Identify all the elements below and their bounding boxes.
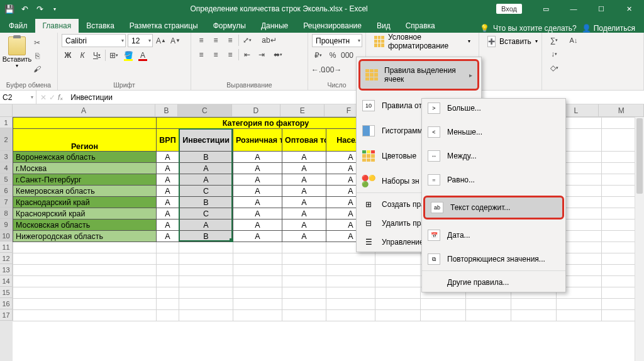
cell[interactable] (179, 242, 233, 253)
paste-button[interactable]: Вставить ▾ (4, 34, 30, 75)
cell[interactable]: C (179, 186, 233, 197)
cell[interactable] (233, 253, 282, 265)
column-header[interactable]: A (13, 104, 155, 117)
row-header[interactable]: 10 (0, 230, 13, 242)
increase-indent-icon[interactable]: ⇥ (255, 48, 268, 61)
fill-icon[interactable]: ↓▾ (546, 48, 562, 60)
cell[interactable] (282, 310, 326, 321)
row-header[interactable]: 6 (0, 185, 13, 196)
cell[interactable]: C (179, 208, 233, 219)
undo-icon[interactable]: ↶ (18, 2, 31, 16)
cell[interactable]: Краснодарский край (13, 197, 157, 208)
close-icon[interactable]: ✕ (616, 2, 641, 16)
row-header[interactable]: 1 (0, 117, 13, 128)
decrease-decimal-icon[interactable]: .00→ (326, 64, 339, 76)
insert-cells-button[interactable]: ➕ Вставить ▾ (483, 34, 538, 48)
shrink-font-icon[interactable]: A▼ (169, 35, 182, 47)
cell[interactable] (282, 276, 326, 287)
align-left-icon[interactable]: ≡ (195, 48, 208, 61)
row-header[interactable]: 14 (0, 275, 13, 287)
cell[interactable] (233, 310, 282, 321)
cell[interactable] (157, 299, 179, 310)
cell[interactable] (511, 299, 557, 310)
conditional-formatting-button[interactable]: Условное форматирование ▾ (370, 34, 475, 48)
cell[interactable] (421, 299, 466, 310)
cell[interactable]: Красноярский край (13, 208, 157, 219)
maximize-icon[interactable]: ☐ (589, 2, 614, 16)
cell[interactable] (375, 253, 421, 265)
share-button[interactable]: 👤 Поделиться (582, 24, 635, 33)
menu-date-occurring[interactable]: 📅 Дата... (422, 226, 565, 245)
tab-formulas[interactable]: Формулы (206, 19, 253, 33)
cell[interactable]: A (233, 208, 282, 219)
select-all-corner[interactable] (0, 104, 13, 117)
cell[interactable]: A (282, 219, 326, 231)
row-header[interactable]: 3 (0, 151, 13, 162)
borders-icon[interactable]: ⊞▾ (108, 49, 120, 62)
align-top-icon[interactable]: ≡ (195, 34, 208, 47)
cell[interactable] (157, 265, 179, 276)
cell[interactable]: A (233, 197, 282, 208)
cell[interactable] (233, 299, 282, 310)
cell[interactable]: Нижегородская область (13, 231, 157, 242)
increase-decimal-icon[interactable]: ←.0 (312, 64, 325, 76)
row-header[interactable]: 4 (0, 162, 13, 174)
cell[interactable]: A (282, 152, 326, 163)
column-header[interactable]: C (178, 104, 232, 117)
row-header[interactable]: 13 (0, 264, 13, 275)
row-header[interactable]: 15 (0, 287, 13, 298)
tab-help[interactable]: Справка (398, 19, 443, 33)
cell[interactable]: A (233, 219, 282, 231)
grow-font-icon[interactable]: A▲ (155, 35, 167, 47)
accounting-format-icon[interactable]: ₽▾ (312, 49, 325, 62)
copy-icon[interactable]: ⎘ (30, 50, 44, 62)
minimize-icon[interactable]: — (561, 2, 586, 16)
cell[interactable]: A (282, 186, 326, 197)
cell[interactable] (13, 118, 157, 129)
cell[interactable]: г.Москва (13, 163, 157, 174)
ribbon-options-icon[interactable]: ▭ (533, 2, 558, 16)
wrap-text-icon[interactable]: ab↵ (261, 34, 277, 47)
cell[interactable]: A (157, 231, 179, 242)
cell[interactable] (282, 287, 326, 299)
cell[interactable] (179, 299, 233, 310)
cell[interactable] (326, 310, 375, 321)
sort-filter-icon[interactable]: A↓ (566, 34, 581, 47)
tab-review[interactable]: Рецензирование (296, 19, 369, 33)
cell[interactable] (157, 310, 179, 321)
name-box[interactable]: C2▾ (0, 91, 36, 104)
cell[interactable]: B (179, 197, 233, 208)
column-header[interactable]: E (280, 104, 325, 117)
menu-text-contains[interactable]: ab Текст содержит... (423, 196, 564, 219)
cell[interactable]: ВРП (157, 129, 179, 152)
cell[interactable] (179, 265, 233, 276)
cell[interactable]: Кемеровская область (13, 186, 157, 197)
cell[interactable] (326, 265, 375, 276)
cell[interactable]: Воронежская область (13, 152, 157, 163)
row-header[interactable]: 2 (0, 128, 13, 151)
row-header[interactable]: 9 (0, 219, 13, 230)
tab-insert[interactable]: Вставка (79, 19, 122, 33)
cell[interactable] (13, 265, 157, 276)
cell[interactable] (375, 287, 421, 299)
decrease-indent-icon[interactable]: ⇤ (241, 48, 253, 61)
cell[interactable] (13, 310, 157, 321)
cell[interactable] (282, 265, 326, 276)
menu-between[interactable]: ↔ Между... (422, 147, 565, 165)
font-color-icon[interactable]: A (136, 49, 149, 62)
cell[interactable] (326, 276, 375, 287)
cell[interactable] (375, 265, 421, 276)
row-header[interactable]: 7 (0, 196, 13, 208)
cell[interactable]: A (157, 197, 179, 208)
cell[interactable]: A (157, 219, 179, 231)
cell[interactable]: A (233, 231, 282, 242)
cell[interactable]: A (282, 163, 326, 174)
tab-file[interactable]: Файл (1, 19, 35, 33)
merge-center-icon[interactable]: ⬌▾ (270, 48, 286, 61)
cell[interactable] (282, 253, 326, 265)
cell[interactable]: B (179, 152, 233, 163)
italic-button[interactable]: К (76, 49, 89, 62)
cell[interactable] (326, 287, 375, 299)
comma-format-icon[interactable]: 000 (341, 49, 353, 62)
cell[interactable]: A (179, 163, 233, 174)
